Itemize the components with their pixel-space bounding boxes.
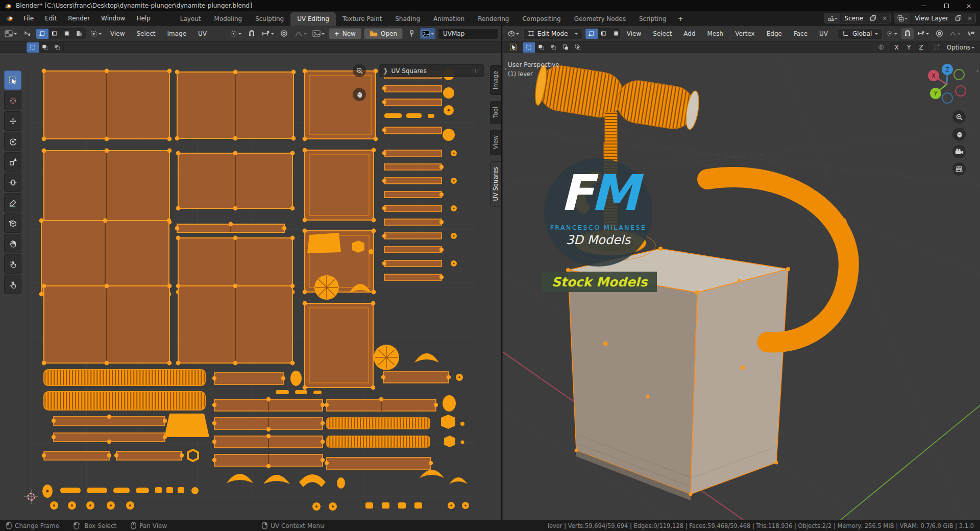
scene-unlink-icon[interactable]: × [879, 15, 890, 22]
select-intersect[interactable] [572, 42, 584, 53]
pivot-point-button[interactable] [885, 28, 899, 39]
vp-menu-add[interactable]: Add [679, 28, 700, 40]
select-mode-face[interactable] [610, 29, 620, 39]
tab-animation[interactable]: Animation [427, 12, 471, 26]
snap-base-button[interactable] [930, 42, 943, 53]
uv-box-select-new[interactable] [27, 42, 39, 53]
uvmap-name-field[interactable]: UVMap [438, 28, 498, 39]
uv-box-select-extend[interactable] [39, 42, 51, 53]
uv-pan-button[interactable] [353, 88, 366, 101]
uv-select-mode-edge[interactable] [48, 29, 61, 39]
vp-menu-edge[interactable]: Edge [762, 28, 787, 40]
navigation-gizmo[interactable]: Z X Y [925, 62, 969, 106]
view-layer-browse-button[interactable] [894, 13, 911, 23]
scene-selector[interactable]: Scene × [824, 13, 891, 23]
close-button[interactable]: × [958, 0, 980, 11]
uv-select-mode-face[interactable] [61, 29, 73, 39]
uvmap-datablock-button[interactable] [420, 28, 435, 39]
image-open-button[interactable]: Open [364, 28, 403, 39]
tab-rendering[interactable]: Rendering [471, 12, 516, 26]
view-layer-selector[interactable]: View Layer × [894, 13, 976, 23]
toolbar-expand-icon[interactable]: › [504, 65, 506, 72]
sidebar-expand-icon[interactable]: ‹ [976, 67, 978, 74]
sidebar-tab-image[interactable]: Image [490, 65, 501, 95]
uv-proportional-falloff-button[interactable] [293, 28, 308, 39]
viewport-canvas-body[interactable]: User Perspective (1) lever › ‹ FM FRANCE… [503, 53, 980, 520]
tool-grab[interactable] [4, 234, 21, 253]
options-dropdown[interactable]: Options [945, 42, 976, 53]
sidebar-tab-uv-squares[interactable]: UV Squares [490, 161, 501, 206]
tool-cursor[interactable] [4, 91, 21, 110]
gizmo-z-label[interactable]: Z [945, 66, 949, 73]
proportional-edit-toggle[interactable] [933, 28, 945, 39]
menu-file[interactable]: File [18, 11, 39, 26]
tool-tweak-select[interactable] [4, 70, 21, 90]
maximize-button[interactable] [935, 0, 958, 11]
tool-move[interactable] [4, 111, 21, 131]
vp-menu-vertex[interactable]: Vertex [730, 28, 760, 40]
menu-edit[interactable]: Edit [39, 11, 62, 26]
show-gizmo-button[interactable] [965, 28, 977, 39]
panel-expand-icon[interactable]: ❯ [383, 67, 387, 74]
menu-help[interactable]: Help [131, 11, 156, 26]
proportional-falloff-button[interactable] [948, 28, 962, 39]
view-layer-copy-button[interactable] [952, 13, 964, 23]
select-difference[interactable] [559, 42, 572, 53]
mirror-y-toggle[interactable]: Y [903, 42, 915, 53]
uv-snap-mode-button[interactable] [260, 28, 276, 39]
uv-pivot-button[interactable] [228, 28, 243, 39]
viewport-pan-button[interactable] [952, 128, 966, 141]
uv-snap-toggle[interactable] [246, 28, 258, 39]
vp-menu-face[interactable]: Face [789, 28, 812, 40]
tool-pinch[interactable] [4, 275, 21, 294]
tool-annotate[interactable] [4, 193, 21, 212]
blender-menu-button[interactable] [0, 14, 18, 22]
tool-rotate[interactable] [4, 132, 21, 151]
editor-type-button[interactable] [3, 28, 18, 39]
tool-transform[interactable] [4, 173, 21, 192]
select-mode-vertex[interactable] [585, 29, 598, 39]
tab-compositing[interactable]: Compositing [516, 12, 567, 26]
gizmo-y-label[interactable]: Y [934, 90, 938, 97]
vp-menu-select[interactable]: Select [648, 28, 676, 40]
viewport-camera-button[interactable] [952, 145, 966, 158]
transform-orientation-selector[interactable]: Global [838, 28, 883, 39]
uv-sticky-select-button[interactable] [88, 28, 103, 39]
tab-geometry-nodes[interactable]: Geometry Nodes [568, 12, 632, 26]
vp-menu-uv[interactable]: UV [815, 28, 832, 40]
tool-relax[interactable] [4, 254, 21, 274]
view-layer-remove-icon[interactable]: × [964, 15, 975, 22]
image-new-button[interactable]: + New [329, 28, 361, 39]
tab-scripting[interactable]: Scripting [632, 12, 673, 26]
select-new[interactable] [523, 42, 535, 53]
tab-texture-paint[interactable]: Texture Paint [336, 12, 388, 26]
uv-canvas-body[interactable]: ❯ UV Squares Image Tool View UV Squares [0, 53, 501, 520]
select-mode-edge[interactable] [598, 29, 610, 39]
uv-proportional-edit-toggle[interactable] [278, 28, 290, 39]
vp-menu-view[interactable]: View [622, 28, 646, 40]
mirror-z-toggle[interactable]: Z [915, 42, 927, 53]
sidebar-tab-tool[interactable]: Tool [490, 101, 501, 124]
select-subtract[interactable] [547, 42, 559, 53]
viewport-zoom-button[interactable] [952, 110, 966, 124]
select-extend[interactable] [535, 42, 547, 53]
uv-menu-image[interactable]: Image [163, 28, 191, 40]
uv-menu-select[interactable]: Select [132, 28, 160, 40]
vp-menu-mesh[interactable]: Mesh [703, 28, 728, 40]
gizmo-x-label[interactable]: X [932, 73, 936, 79]
add-workspace-button[interactable]: + [673, 12, 688, 26]
menu-window[interactable]: Window [95, 11, 131, 26]
uv-menu-uv[interactable]: UV [193, 28, 211, 40]
active-tool-tweak[interactable] [507, 42, 520, 53]
tab-layout[interactable]: Layout [174, 12, 208, 26]
uv-select-mode-vertex[interactable] [36, 29, 48, 39]
viewport-ortho-toggle-button[interactable] [952, 162, 966, 176]
uv-menu-view[interactable]: View [106, 28, 129, 40]
uv-zoom-button[interactable] [353, 64, 366, 77]
panel-grip-icon[interactable] [472, 69, 479, 73]
minimize-button[interactable] [913, 0, 935, 11]
mode-selector[interactable]: Edit Mode [523, 28, 582, 39]
uv-canvas[interactable] [0, 53, 501, 520]
tab-modeling[interactable]: Modeling [208, 12, 249, 26]
mirror-icon-button[interactable] [875, 42, 888, 53]
